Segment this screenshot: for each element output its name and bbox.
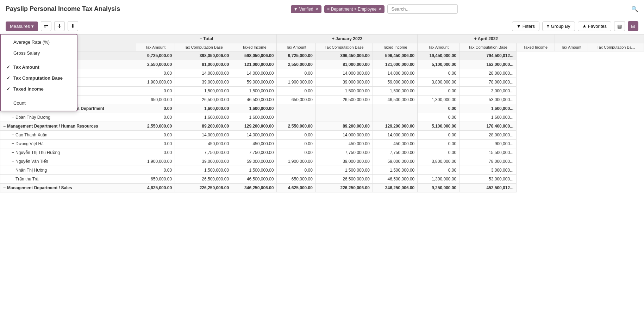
row-value: 0.00 [136, 87, 175, 96]
row-value: 26,500,000.00 [175, 96, 232, 104]
row-value: 129,200,000.00 [232, 122, 277, 131]
row-value: 14,000,000.00 [175, 131, 232, 140]
plus-icon[interactable]: + [12, 115, 14, 120]
apr2022-header[interactable]: + April 2022 [418, 35, 555, 43]
swap-button[interactable]: ⇄ [41, 21, 51, 31]
plus-icon[interactable]: + [12, 177, 14, 181]
row-value: 398,050,006.00 [175, 51, 232, 60]
groupby-icon: ≡ [547, 24, 550, 29]
row-value: 26,500,000.00 [315, 175, 373, 184]
row-value: 28,000,000... [459, 69, 517, 78]
move-button[interactable]: ✛ [54, 21, 65, 31]
row-value: 14,000,000.00 [232, 131, 277, 140]
filters-button[interactable]: ▼ Filters [512, 21, 539, 31]
toolbar: Measures ▾ ⇄ ✛ ⬇ Average Rate (%) Gross … [0, 18, 644, 34]
row-value: 5,100,000.00 [418, 122, 459, 131]
plus-icon[interactable]: + [12, 150, 14, 155]
row-value: 53,000,000... [459, 175, 517, 184]
row-label: +Dương Việt Hà [0, 140, 136, 148]
extra-tax-computation-base-header: Tax Computation Ba... [588, 43, 644, 51]
row-label-text: Đoàn Thùy Dương [15, 115, 50, 120]
row-value: 0.00 [277, 140, 315, 148]
dropdown-item-tax-computation-base[interactable]: ✓ Tax Computation Base [1, 73, 77, 84]
plus-icon-apr: + [474, 36, 477, 41]
minus-icon[interactable]: − [3, 124, 6, 129]
measures-button[interactable]: Measures ▾ [6, 21, 38, 31]
row-value: 0.00 [136, 131, 175, 140]
row-value: 1,600,000.00 [232, 113, 277, 122]
row-value: 121,000,000.00 [373, 60, 417, 69]
row-value: 0.00 [277, 69, 315, 78]
filter-tag-department-close[interactable]: ✕ [379, 7, 382, 11]
extra-tax-amount-header: Tax Amount [555, 43, 588, 51]
header-row-1: − Total + January 2022 + April 2022 [0, 35, 644, 43]
check-taxed-income: ✓ [6, 86, 11, 92]
row-label-text: Trần thu Trà [15, 177, 38, 181]
row-value: 1,900,000.00 [136, 78, 175, 87]
row-value: 0.00 [277, 166, 315, 175]
row-value: 598,050,006.00 [232, 51, 277, 60]
dropdown-item-tax-amount[interactable]: ✓ Tax Amount [1, 62, 77, 73]
row-value: 0.00 [418, 148, 459, 157]
favorites-button[interactable]: ★ Favorites [578, 21, 611, 31]
table-row: +Phan Thị Hạnh0.001,500,000.001,500,000.… [0, 87, 644, 96]
row-value: 59,000,000.00 [373, 78, 417, 87]
plus-icon[interactable]: + [12, 159, 14, 164]
row-value: 794,500,012... [459, 51, 517, 60]
row-value: 0.00 [418, 166, 459, 175]
filter-funnel-icon: ▼ [517, 24, 521, 29]
row-label-text: Cao Thanh Xuân [15, 133, 48, 137]
row-value: 0.00 [418, 87, 459, 96]
plus-icon[interactable]: + [12, 141, 14, 146]
row-value: 452,500,012... [459, 184, 517, 192]
search-button[interactable]: 🔍 [631, 6, 638, 12]
row-label-text: Nguyễn Thị Thu Hường [15, 150, 60, 155]
row-value: 0.00 [418, 69, 459, 78]
row-value: 7,750,000.00 [232, 148, 277, 157]
plus-icon-jan: + [332, 36, 334, 41]
bar-chart-icon: ▩ [617, 23, 622, 29]
dropdown-item-taxed-income[interactable]: ✓ Taxed Income [1, 84, 77, 94]
row-value: 1,500,000.00 [175, 166, 232, 175]
table-row: −Directors / Consultant and Supports Dep… [0, 104, 644, 113]
measures-label: Measures [10, 24, 30, 29]
plus-icon[interactable]: + [12, 168, 14, 173]
filter-tag-department[interactable]: ≡ Department > Employee ✕ [324, 5, 385, 13]
dropdown-label-average-rate: Average Rate (%) [13, 39, 50, 45]
total-taxed-income-header: Taxed Income [232, 43, 277, 51]
filter-tag-verified-close[interactable]: ✕ [315, 7, 319, 11]
row-value: 39,000,000.00 [175, 78, 232, 87]
row-value: 3,000,000... [459, 166, 517, 175]
grid-view-button[interactable]: ⊞ [628, 21, 638, 31]
row-value: 2,550,000.00 [136, 60, 175, 69]
row-value: 1,500,000.00 [315, 166, 373, 175]
row-value: 7,750,000.00 [315, 148, 373, 157]
download-button[interactable]: ⬇ [68, 21, 78, 31]
row-value: 78,000,000... [459, 157, 517, 166]
row-value: 226,250,006.00 [175, 184, 232, 192]
data-table-container: − Total + January 2022 + April 2022 Tax … [0, 34, 644, 312]
row-label: −Management Department / Human Resources [0, 122, 136, 131]
row-value: 4,625,000.00 [136, 184, 175, 192]
row-value: 9,250,000.00 [418, 184, 459, 192]
minus-icon[interactable]: − [3, 185, 6, 190]
row-label: +Nguyễn Thị Thu Hường [0, 148, 136, 157]
dropdown-item-gross-salary[interactable]: Gross Salary [1, 48, 77, 59]
filter-tag-verified[interactable]: ▼ Verified ✕ [291, 5, 321, 13]
row-value: 4,625,000.00 [277, 184, 315, 192]
row-value: 14,000,000.00 [373, 131, 417, 140]
dropdown-item-count[interactable]: Count [1, 98, 77, 109]
plus-icon[interactable]: + [12, 133, 14, 137]
groupby-button[interactable]: ≡ Group By [542, 21, 575, 31]
table-row: −Management Department / Human Resources… [0, 122, 644, 131]
row-label: −Management Department / Sales [0, 184, 136, 192]
dropdown-item-average-rate[interactable]: Average Rate (%) [1, 37, 77, 48]
row-value: 0.00 [136, 166, 175, 175]
row-value: 39,000,000.00 [315, 78, 373, 87]
jan2022-header[interactable]: + January 2022 [277, 35, 418, 43]
search-input[interactable] [387, 4, 458, 14]
row-value: 59,000,000.00 [373, 157, 417, 166]
row-label: +Trần thu Trà [0, 175, 136, 184]
row-label: +Nhân Thị Hường [0, 166, 136, 175]
bar-chart-button[interactable]: ▩ [614, 21, 625, 31]
